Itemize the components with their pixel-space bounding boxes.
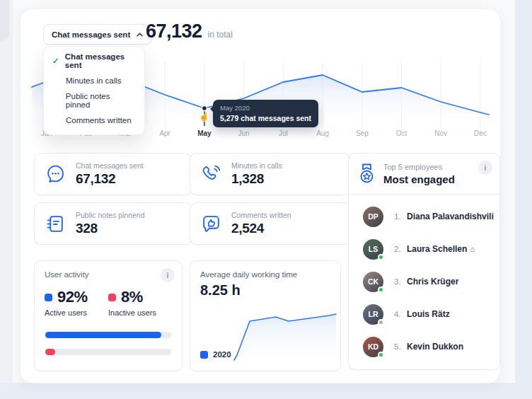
top-employees-header: Top 5 employees Most engaged <box>357 163 455 185</box>
menu-item-minutes-in-calls[interactable]: Minutes in calls <box>44 71 144 91</box>
stat-value: 2,524 <box>231 221 291 236</box>
tooltip-title: May 2020 <box>220 104 311 112</box>
tooltip-value: 5,279 chat messages sent <box>220 114 311 122</box>
chevron-up-icon <box>137 33 143 37</box>
stat-card-minutes-in-calls: Minutes in calls 1,328 <box>190 153 351 195</box>
employee-row-4[interactable]: LR4.Louis Rätz <box>349 298 499 330</box>
avatar: DP <box>363 207 383 227</box>
card-title: Average daily working time <box>200 270 297 279</box>
hand-cursor-icon: ☝ <box>199 112 209 122</box>
employee-name: Chris Krüger <box>407 277 458 287</box>
menu-item-label: Minutes in calls <box>66 76 122 85</box>
employee-rank: 3. <box>394 277 407 286</box>
total-headline: 67,132 in total <box>146 21 233 42</box>
stat-value: 1,328 <box>231 171 282 187</box>
inactive-pct: 8% <box>121 288 143 306</box>
total-suffix: in total <box>208 30 233 40</box>
status-dot-away <box>378 319 384 325</box>
menu-item-label: Public notes pinned <box>66 92 136 109</box>
active-progress-fill <box>45 332 161 338</box>
page-bottom-band <box>0 383 532 399</box>
employee-row-3[interactable]: CK3.Chris Krüger <box>349 265 499 298</box>
chart-legend: 2020 <box>200 350 231 359</box>
house-icon: ⌂ <box>470 245 475 253</box>
stat-card-chat-messages: Chat messages sent 67,132 <box>34 153 192 195</box>
month-label-may: May <box>197 129 211 137</box>
employee-name: Laura Schellen <box>407 244 467 254</box>
card-subtitle: Top 5 employees <box>383 163 455 171</box>
offscreen-card-edge <box>0 0 9 41</box>
employee-rank: 2. <box>394 245 407 253</box>
month-label-jun: Jun <box>238 129 250 137</box>
divider <box>349 194 499 195</box>
month-label-aug: Aug <box>316 129 329 137</box>
menu-item-label: Chat messages sent <box>65 52 136 69</box>
employee-row-2[interactable]: LS2.Laura Schellen⌂ <box>349 233 499 265</box>
page-left-gutter <box>0 0 13 383</box>
month-label-dec: Dec <box>474 129 487 137</box>
stat-card-public-notes: Public notes pinnend 328 <box>34 202 192 245</box>
month-label-oct: Oct <box>396 129 407 137</box>
chart-tooltip: May 2020 5,279 chat messages sent <box>213 100 318 127</box>
employee-row-1[interactable]: DP1.Diana Palavandishvili <box>349 200 499 233</box>
stat-card-comments-written: Comments written 2,524 <box>190 202 351 245</box>
employee-name: Kevin Dukkon <box>407 342 463 352</box>
employee-rank: 1. <box>394 212 407 221</box>
avatar: KD <box>363 337 383 357</box>
employee-list: DP1.Diana PalavandishviliLS2.Laura Schel… <box>349 200 499 363</box>
total-value: 67,132 <box>146 21 202 42</box>
chat-icon <box>45 163 66 185</box>
metric-dropdown-menu: ✓Chat messages sentMinutes in callsPubli… <box>43 46 145 135</box>
status-dot-online <box>378 352 384 358</box>
employee-name: Louis Rätz <box>407 309 450 319</box>
menu-item-label: Comments written <box>66 116 132 125</box>
info-icon[interactable]: i <box>161 268 175 282</box>
avg-working-time-card: Average daily working time 8.25 h 2020 <box>190 260 341 371</box>
active-pct: 92% <box>57 288 88 306</box>
menu-item-comments-written[interactable]: Comments written <box>44 110 144 130</box>
inactive-legend-swatch <box>108 294 116 301</box>
avatar: LS <box>363 239 383 260</box>
top-employees-card: Top 5 employees Most engaged i DP1.Diana… <box>348 153 500 370</box>
legend-swatch <box>200 351 208 359</box>
avatar: LR <box>363 304 383 325</box>
active-legend-swatch <box>45 294 52 301</box>
stat-label: Minutes in calls <box>231 161 282 170</box>
card-title: User activity <box>45 270 89 279</box>
stat-label: Comments written <box>231 211 291 219</box>
metric-selector-label: Chat messages sent <box>52 30 130 39</box>
thumbs-up-icon <box>200 213 222 235</box>
inactive-label: Inactive users <box>108 308 156 317</box>
stat-label: Chat messages sent <box>76 161 144 170</box>
employee-rank: 5. <box>394 342 407 351</box>
employee-name: Diana Palavandishvili <box>407 212 494 221</box>
menu-item-chat-messages-sent[interactable]: ✓Chat messages sent <box>44 51 144 71</box>
legend-label: 2020 <box>213 350 231 359</box>
status-dot-online <box>378 254 384 260</box>
menu-item-public-notes-pinned[interactable]: Public notes pinned <box>44 91 144 110</box>
active-users-stat: 92% Active users <box>45 288 88 317</box>
info-icon[interactable]: i <box>478 161 492 175</box>
inactive-users-stat: 8% Inactive users <box>108 288 156 317</box>
status-dot-online <box>378 287 384 293</box>
user-activity-card: User activity i 92% Active users 8% Inac… <box>34 260 183 371</box>
employee-rank: 4. <box>394 310 407 318</box>
notes-icon <box>45 213 66 235</box>
avg-time-value: 8.25 h <box>200 282 241 299</box>
inactive-progress-fill <box>45 349 55 355</box>
dashboard-panel: Chat messages sent 67,132 in total ✓Chat… <box>20 8 501 383</box>
month-label-nov: Nov <box>434 129 447 137</box>
medal-icon <box>357 163 376 185</box>
phone-icon <box>200 163 222 185</box>
month-label-jul: Jul <box>279 129 288 137</box>
stat-label: Public notes pinnend <box>76 211 145 219</box>
check-icon: ✓ <box>52 57 60 66</box>
month-label-apr: Apr <box>159 129 170 137</box>
avatar: CK <box>363 272 383 292</box>
active-label: Active users <box>45 308 88 317</box>
employee-row-5[interactable]: KD5.Kevin Dukkon <box>349 330 499 363</box>
month-label-sep: Sep <box>356 129 369 137</box>
page-right-band <box>515 0 532 399</box>
inactive-progress-track <box>45 349 171 355</box>
metric-selector[interactable]: Chat messages sent <box>43 24 151 45</box>
